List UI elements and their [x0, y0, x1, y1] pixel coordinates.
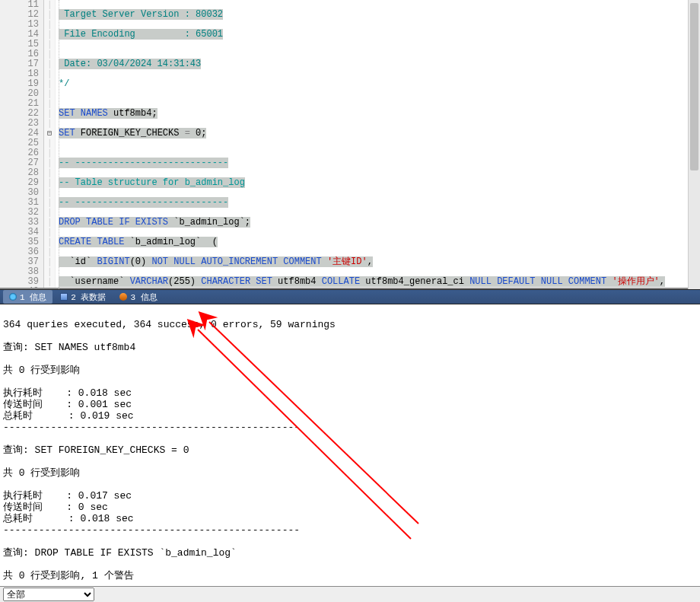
timing-line: 总耗时 : 0.018 sec — [3, 513, 134, 524]
query-label: 查询: SET NAMES utf8mb4 — [3, 342, 135, 353]
timing-line: 执行耗时 : 0.018 sec — [3, 387, 132, 399]
tab-label: 3 信息 — [130, 291, 157, 303]
tab-label: 1 信息 — [20, 291, 46, 303]
info-icon — [9, 293, 17, 301]
fold-column: │││││││││││││⊟││││││││││││││││ — [44, 0, 56, 288]
timing-line: 传送时间 : 0 sec — [3, 502, 108, 513]
line-gutter: 1112131415161718192021222324252627282930… — [0, 0, 44, 288]
query-label: 查询: DROP TABLE IF EXISTS `b_admin_log` — [3, 547, 237, 559]
code-line: File Encoding : 65001 — [59, 29, 223, 40]
tab-info-1[interactable]: 1 信息 — [3, 290, 52, 304]
output-tabs: 1 信息 2 表数据 3 信息 — [0, 289, 700, 304]
timing-line: 总耗时 : 0.019 sec — [3, 410, 134, 422]
query-label: 查询: SET FOREIGN_KEY_CHECKS = 0 — [3, 444, 189, 456]
summary-line: 364 queries executed, 364 success, 0 err… — [3, 319, 336, 330]
code-line: -- Table structure for b_admin_log — [59, 177, 245, 188]
filter-select[interactable]: 全部 — [3, 588, 94, 601]
code-line: -- ---------------------------- — [59, 197, 228, 208]
code-line: Target Server Version : 80032 — [59, 9, 223, 20]
rows-affected: 共 0 行受到影响, 1 个警告 — [3, 570, 134, 581]
timing-line: 执行耗时 : 0.017 sec — [3, 490, 132, 502]
tab-table-data[interactable]: 2 表数据 — [54, 290, 112, 304]
output-console[interactable]: 364 queries executed, 364 success, 0 err… — [0, 304, 700, 586]
timing-line: 传送时间 : 0.001 sec — [3, 399, 132, 410]
footer-bar: 全部 — [0, 586, 700, 602]
message-icon — [119, 293, 127, 301]
code-editor[interactable]: 1112131415161718192021222324252627282930… — [0, 0, 700, 289]
code-line: Date: 03/04/2024 14:31:43 — [59, 59, 201, 69]
code-line: */ — [59, 78, 69, 89]
code-area[interactable]: Target Server Version : 80032 File Encod… — [56, 0, 700, 288]
code-line: -- ---------------------------- — [59, 158, 228, 168]
separator: ----------------------------------------… — [3, 524, 300, 536]
table-icon — [60, 293, 68, 301]
editor-scrollbar[interactable] — [688, 0, 700, 289]
rows-affected: 共 0 行受到影响 — [3, 365, 80, 376]
tab-label: 2 表数据 — [71, 291, 106, 303]
rows-affected: 共 0 行受到影响 — [3, 467, 80, 479]
tab-info-3[interactable]: 3 信息 — [113, 290, 163, 304]
separator: ----------------------------------------… — [3, 422, 300, 433]
